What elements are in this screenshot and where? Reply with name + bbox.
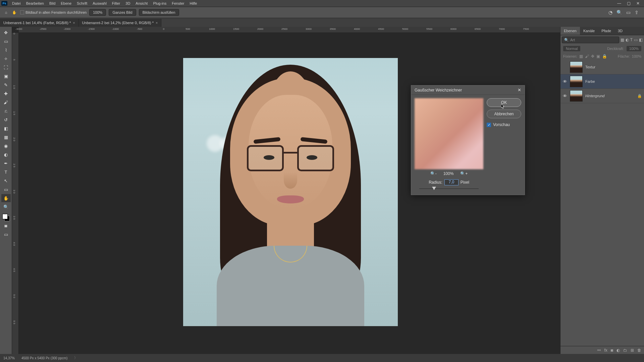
- ruler-horizontal[interactable]: -3000-2500-2000-1500-1000-50005001000150…: [19, 27, 560, 33]
- close-tab-icon[interactable]: ×: [73, 21, 75, 25]
- history-brush-tool[interactable]: ↺: [1, 116, 11, 124]
- menu-bild[interactable]: Bild: [47, 1, 58, 5]
- preview-checkbox[interactable]: ✓: [487, 123, 491, 127]
- fill-screen-button[interactable]: Bildschirm ausfüllen: [139, 9, 179, 16]
- foreground-color[interactable]: [2, 214, 8, 219]
- clone-stamp-tool[interactable]: ⎌: [1, 107, 11, 115]
- fill-value[interactable]: 100%: [632, 54, 641, 58]
- radius-input[interactable]: 7,0: [444, 179, 459, 185]
- share-icon[interactable]: ⇪: [635, 10, 639, 15]
- type-tool[interactable]: T: [1, 168, 11, 176]
- dialog-preview[interactable]: [415, 98, 483, 169]
- filter-adjustment-icon[interactable]: ◐: [626, 38, 629, 42]
- layer-thumbnail[interactable]: [570, 61, 583, 73]
- status-zoom[interactable]: 14,37%: [3, 356, 15, 360]
- screen-mode-tool[interactable]: ▭: [1, 230, 11, 238]
- lock-all-icon[interactable]: 🔒: [602, 54, 607, 59]
- tab-kanaele[interactable]: Kanäle: [580, 27, 598, 35]
- layer-thumbnail[interactable]: [570, 76, 583, 87]
- frame-tool[interactable]: ▣: [1, 72, 11, 80]
- layer-row[interactable]: 👁 Hintergrund 🔒: [560, 89, 644, 103]
- marquee-tool[interactable]: ▭: [1, 37, 11, 45]
- move-tool[interactable]: ✥: [1, 28, 11, 37]
- close-button[interactable]: ✕: [633, 1, 643, 6]
- menu-schrift[interactable]: Schrift: [74, 1, 90, 5]
- color-swatches[interactable]: [2, 214, 10, 221]
- delete-layer-icon[interactable]: 🗑: [637, 348, 641, 353]
- link-layers-icon[interactable]: ⚯: [597, 348, 601, 353]
- menu-hilfe[interactable]: Hilfe: [187, 1, 200, 5]
- hand-tool[interactable]: ✋: [1, 194, 11, 202]
- adjustment-layer-icon[interactable]: ◐: [616, 348, 620, 353]
- opacity-value[interactable]: 100%: [627, 46, 641, 51]
- zoom-out-icon[interactable]: 🔍‑: [430, 171, 437, 176]
- home-icon[interactable]: ⌂: [3, 9, 9, 16]
- lock-position-icon[interactable]: ✥: [591, 54, 594, 59]
- group-icon[interactable]: 🗀: [623, 348, 627, 353]
- cancel-button[interactable]: Abbrechen: [487, 110, 521, 118]
- dodge-tool[interactable]: ◐: [1, 150, 11, 159]
- menu-ebene[interactable]: Ebene: [58, 1, 74, 5]
- zoom-100-button[interactable]: 100%: [89, 9, 106, 16]
- lasso-tool[interactable]: ⌇: [1, 46, 11, 54]
- tab-pfade[interactable]: Pfade: [598, 27, 614, 35]
- ruler-vertical[interactable]: 051 01 52 02 53 03 54 04 55 05 5: [12, 33, 19, 354]
- menu-plugins[interactable]: Plug-ins: [150, 1, 169, 5]
- quick-mask-tool[interactable]: ◙: [1, 222, 11, 230]
- cloud-icon[interactable]: ◔: [608, 10, 612, 15]
- menu-ansicht[interactable]: Ansicht: [133, 1, 150, 5]
- dialog-titlebar[interactable]: Gaußscher Weichzeichner ✕: [411, 85, 525, 95]
- path-selection-tool[interactable]: ↖: [1, 177, 11, 185]
- menu-bearbeiten[interactable]: Bearbeiten: [23, 1, 47, 5]
- filter-shape-icon[interactable]: ▭: [634, 38, 638, 42]
- menu-auswahl[interactable]: Auswahl: [90, 1, 109, 5]
- layer-name[interactable]: Farbe: [585, 79, 595, 83]
- filter-pixel-icon[interactable]: ▦: [621, 38, 624, 42]
- visibility-icon[interactable]: 👁: [562, 79, 567, 84]
- hand-tool-icon[interactable]: ✋: [12, 10, 17, 15]
- layer-thumbnail[interactable]: [570, 90, 583, 102]
- eraser-tool[interactable]: ◧: [1, 124, 11, 132]
- lock-paint-icon[interactable]: 🖌: [585, 54, 589, 59]
- blur-tool[interactable]: ◉: [1, 142, 11, 150]
- brush-tool[interactable]: 🖌: [1, 98, 11, 106]
- menu-filter[interactable]: Filter: [109, 1, 123, 5]
- lock-artboard-icon[interactable]: ▣: [596, 54, 600, 59]
- status-arrow[interactable]: 〉: [74, 356, 77, 360]
- filter-smart-icon[interactable]: ◧: [639, 38, 643, 42]
- tab-3d[interactable]: 3D: [614, 27, 626, 35]
- radius-slider[interactable]: [419, 186, 479, 191]
- zoom-tool[interactable]: 🔍: [1, 203, 11, 211]
- pen-tool[interactable]: ✒: [1, 159, 11, 167]
- layer-style-icon[interactable]: fx: [604, 348, 607, 353]
- menu-datei[interactable]: Datei: [9, 1, 23, 5]
- doc-tab-2[interactable]: Unbenannt-2 bei 14,2% (Ebene 0, RGB/8) *…: [79, 19, 162, 27]
- fit-screen-button[interactable]: Ganzes Bild: [109, 9, 136, 16]
- magic-wand-tool[interactable]: ✧: [1, 55, 11, 63]
- tab-ebenen[interactable]: Ebenen: [560, 27, 580, 35]
- doc-tab-1[interactable]: Unbenannt-1 bei 14,4% (Farbe, RGB/8) * ×: [0, 19, 79, 27]
- lock-transparent-icon[interactable]: ▦: [579, 54, 583, 59]
- scroll-all-checkbox[interactable]: [20, 10, 24, 14]
- crop-tool[interactable]: ⛶: [1, 63, 11, 71]
- layer-mask-icon[interactable]: ◙: [611, 348, 613, 353]
- layer-name[interactable]: Hintergrund: [585, 94, 604, 98]
- filter-type-icon[interactable]: T: [630, 38, 633, 42]
- layer-row[interactable]: Textur: [560, 60, 644, 74]
- shape-tool[interactable]: ▭: [1, 185, 11, 193]
- layer-name[interactable]: Textur: [585, 65, 595, 69]
- menu-3d[interactable]: 3D: [123, 1, 133, 5]
- healing-brush-tool[interactable]: ✚: [1, 89, 11, 98]
- lock-icon[interactable]: 🔒: [637, 94, 642, 98]
- menu-fenster[interactable]: Fenster: [169, 1, 187, 5]
- maximize-button[interactable]: ▢: [624, 1, 633, 6]
- eyedropper-tool[interactable]: ✎: [1, 81, 11, 89]
- visibility-icon[interactable]: 👁: [562, 94, 567, 99]
- search-icon[interactable]: 🔍: [616, 10, 622, 15]
- zoom-in-icon[interactable]: 🔍+: [460, 171, 468, 176]
- gradient-tool[interactable]: ▦: [1, 133, 11, 141]
- blend-mode-dropdown[interactable]: Normal: [563, 46, 580, 51]
- status-doc-info[interactable]: 4500 Px x 5400 Px (300 ppcm): [21, 356, 67, 360]
- dialog-close-icon[interactable]: ✕: [518, 87, 521, 93]
- new-layer-icon[interactable]: ⊞: [631, 348, 634, 353]
